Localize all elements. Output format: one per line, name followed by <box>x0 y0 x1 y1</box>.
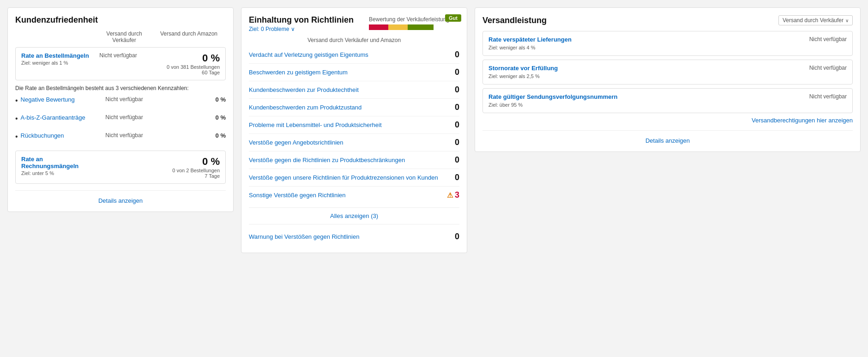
kundenzufriedenheit-card: Kundenzufriedenheit Versand durch Verkäu… <box>7 7 234 212</box>
sub-metric-list: • Negative Bewertung Nicht verfügbar 0 %… <box>15 96 226 141</box>
versand-filter-dropdown[interactable]: Versand durch Verkäufer ∨ <box>778 15 853 25</box>
gut-badge: Gut <box>445 14 461 22</box>
versand-details-link[interactable]: Details anzeigen <box>482 130 853 144</box>
card1-details-link[interactable]: Details anzeigen <box>15 190 226 204</box>
richtlinien-label-5[interactable]: Verstöße gegen Angebotsrichtlinien <box>249 139 448 146</box>
richtlinien-val-6: 0 <box>448 155 459 165</box>
progress-bar-container: Gut <box>369 24 459 30</box>
richtlinien-row-7: Verstöße gegen unsere Richtlinien für Pr… <box>249 169 459 187</box>
richtlinien-title: Einhaltung von Richtlinien <box>249 15 354 25</box>
versand-filter-label: Versand durch Verkäufer <box>783 17 844 24</box>
sub-metric-abisz-label[interactable]: A-bis-Z-Garantieanträge <box>21 114 96 121</box>
metric-bestellmaengel-seller: Nicht verfügbar <box>90 52 146 59</box>
sub-metric-negative-bewertung: • Negative Bewertung Nicht verfügbar 0 % <box>15 96 226 105</box>
richtlinien-label-6[interactable]: Verstöße gegen die Richtlinien zu Produk… <box>249 157 448 163</box>
versand-title: Versandleistung <box>482 16 547 25</box>
richtlinien-val-7: 0 <box>448 173 459 182</box>
versand-val-sendungsverfolgung: Nicht verfügbar <box>809 93 847 100</box>
versand-val-verspaetet: Nicht verfügbar <box>809 36 847 42</box>
versand-metric-stornorate: Stornorate vor Erfüllung Ziel: weniger a… <box>482 60 853 85</box>
metric-bestellmaengel-label[interactable]: Rate an Bestellmängeln <box>21 52 89 59</box>
sub-metric-negative-seller: Nicht verfügbar <box>96 96 152 103</box>
rechnungsmaengel-percent: 0 % <box>146 156 220 168</box>
column-headers: Versand durch Verkäufer Versand durch Am… <box>15 30 226 43</box>
metric-rechnungsmaengel-amazon: 0 % 0 von 2 Bestellungen 7 Tage <box>146 156 220 179</box>
metric-bestellmaengel-target: Ziel: weniger als 1 % <box>21 60 90 66</box>
richtlinien-row-3: Kundenbeschwerden zum Produktzustand 0 <box>249 99 459 116</box>
bar-yellow <box>388 24 408 30</box>
bestellmaengel-sub1: 0 von 381 Bestellungen <box>146 64 220 70</box>
sub-metric-abisz-seller: Nicht verfügbar <box>96 114 152 121</box>
metric-rechnungsmaengel-target: Ziel: unter 5 % <box>21 170 90 176</box>
richtlinien-header: Einhaltung von Richtlinien Ziel: 0 Probl… <box>249 15 459 32</box>
metric-bestellmaengel-amazon: 0 % 0 von 381 Bestellungen 60 Tage <box>146 52 220 75</box>
versand-label-stornorate[interactable]: Stornorate vor Erfüllung <box>488 65 558 72</box>
versand-header: Versandleistung Versand durch Verkäufer … <box>482 15 853 25</box>
rechnungsmaengel-sub2: 7 Tage <box>146 173 220 179</box>
richtlinien-row-5: Verstöße gegen Angebotsrichtlinien 0 <box>249 134 459 151</box>
versand-target-verspaetet: Ziel: weniger als 4 % <box>488 45 536 50</box>
progress-bar <box>369 24 434 30</box>
richtlinien-ziel: Ziel: 0 Probleme ∨ <box>249 26 354 32</box>
versand-label-sendungsverfolgung[interactable]: Rate gültiger Sendungsverfolgungsnummern <box>488 93 618 100</box>
richtlinien-label-2[interactable]: Kundenbeschwerden zur Produktechtheit <box>249 86 448 93</box>
bullet-2: • <box>15 114 18 123</box>
richtlinien-val-8: ⚠3 <box>447 190 459 200</box>
warning-icon: ⚠ <box>447 191 453 199</box>
sub-metric-rueckbuchungen-amazon: 0 % <box>152 132 226 139</box>
rechnungsmaengel-sub1: 0 von 2 Bestellungen <box>146 168 220 173</box>
sub-metric-rueckbuchungen: • Rückbuchungen Nicht verfügbar 0 % <box>15 132 226 141</box>
richtlinien-rows: Verdacht auf Verletzung geistigen Eigent… <box>249 46 459 204</box>
versand-target-stornorate: Ziel: weniger als 2,5 % <box>488 73 540 79</box>
bullet-3: • <box>15 132 18 141</box>
richtlinien-warnung-label[interactable]: Warnung bei Verstößen gegen Richtlinien <box>249 233 448 240</box>
sub-metric-rueckbuchungen-seller: Nicht verfügbar <box>96 132 152 139</box>
richtlinien-row-8: Sonstige Verstöße gegen Richtlinien ⚠3 <box>249 187 459 204</box>
sub-metric-negative-amazon: 0 % <box>152 96 226 103</box>
richtlinien-label-3[interactable]: Kundenbeschwerden zum Produktzustand <box>249 104 448 111</box>
alles-anzeigen-link[interactable]: Alles anzeigen (3) <box>249 207 459 224</box>
richtlinien-val-4: 0 <box>448 120 459 130</box>
richtlinien-val-1: 0 <box>448 67 459 77</box>
richtlinien-row-1: Beschwerden zu geistigem Eigentum 0 <box>249 64 459 81</box>
sub-metric-negative-label[interactable]: Negative Bewertung <box>21 96 96 103</box>
richtlinien-val-3: 0 <box>448 103 459 112</box>
sub-metric-abisz: • A-bis-Z-Garantieanträge Nicht verfügba… <box>15 114 226 123</box>
richtlinien-row-0: Verdacht auf Verletzung geistigen Eigent… <box>249 46 459 64</box>
richtlinien-label-1[interactable]: Beschwerden zu geistigem Eigentum <box>249 69 448 76</box>
versand-val-stornorate: Nicht verfügbar <box>809 65 847 71</box>
sub-metric-rueckbuchungen-label[interactable]: Rückbuchungen <box>21 132 96 139</box>
versand-label-verspaetet[interactable]: Rate verspäteter Lieferungen <box>488 36 572 43</box>
richtlinien-warnung-row: Warnung bei Verstößen gegen Richtlinien … <box>249 228 459 245</box>
bestellmaengel-sub2: 60 Tage <box>146 70 220 75</box>
versand-metric-verspaetet: Rate verspäteter Lieferungen Ziel: wenig… <box>482 31 853 56</box>
bar-green <box>408 24 434 30</box>
richtlinien-val-0: 0 <box>448 50 459 60</box>
richtlinien-label-4[interactable]: Probleme mit Lebensmittel- und Produktsi… <box>249 121 448 128</box>
richtlinien-label-8[interactable]: Sonstige Verstöße gegen Richtlinien <box>249 192 447 199</box>
col-header-seller: Versand durch Verkäufer <box>96 30 152 43</box>
richtlinien-label-7[interactable]: Verstöße gegen unsere Richtlinien für Pr… <box>249 174 448 181</box>
richtlinien-val-2: 0 <box>448 85 459 95</box>
sub-metric-abisz-amazon: 0 % <box>152 114 226 121</box>
metric-bestellmaengel-row: Rate an Bestellmängeln Ziel: weniger als… <box>15 47 226 80</box>
richtlinien-row-2: Kundenbeschwerden zur Produktechtheit 0 <box>249 81 459 99</box>
versand-target-sendungsverfolgung: Ziel: über 95 % <box>488 102 523 108</box>
richtlinien-warnung-val: 0 <box>448 232 459 242</box>
versand-metric-sendungsverfolgung: Rate gültiger Sendungsverfolgungsnummern… <box>482 88 853 113</box>
richtlinien-label-0[interactable]: Verdacht auf Verletzung geistigen Eigent… <box>249 51 448 58</box>
bullet-1: • <box>15 96 18 105</box>
info-text: Die Rate an Bestellmängeln besteht aus 3… <box>15 85 226 91</box>
col-header-amazon: Versand durch Amazon <box>152 30 226 43</box>
metric-rechnungsmaengel-row: Rate an Rechnungsmängeln Ziel: unter 5 %… <box>15 151 226 184</box>
bewertung-block: Bewertung der Verkäuferleistung Beta Gut <box>369 15 459 30</box>
richtlinien-ziel-text[interactable]: Ziel: 0 Probleme <box>249 26 289 32</box>
bar-red <box>369 24 388 30</box>
bestellmaengel-percent: 0 % <box>146 52 220 64</box>
versand-berechtigungen-link[interactable]: Versandberechtigungen hier anzeigen <box>482 117 853 124</box>
richtlinien-section-label: Versand durch Verkäufer und Amazon <box>249 37 459 43</box>
richtlinien-row-4: Probleme mit Lebensmittel- und Produktsi… <box>249 116 459 134</box>
richtlinien-card: Einhaltung von Richtlinien Ziel: 0 Probl… <box>241 7 467 253</box>
metric-rechnungsmaengel-label[interactable]: Rate an Rechnungsmängeln <box>21 156 78 169</box>
richtlinien-val-5: 0 <box>448 138 459 147</box>
